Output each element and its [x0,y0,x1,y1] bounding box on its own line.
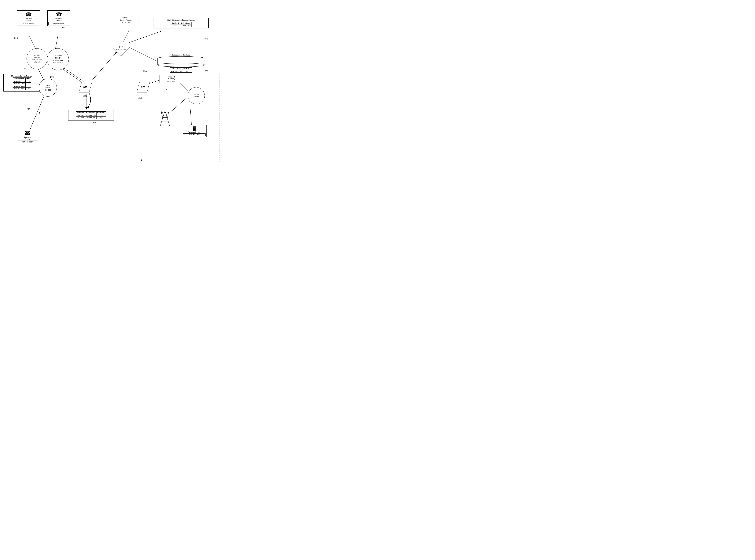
svg-line-29 [165,111,168,117]
host-switch-204: Host Switch 404-332 [39,79,57,97]
wireless-phone-label: Wireless Phone [183,131,206,133]
svg-point-22 [157,63,205,67]
wireline-phone-244-label: WirelinePhone [49,18,69,22]
protocol-gateway-address: 001.002.052 [160,80,183,82]
protocol-gateway-title: ProtocolGateway [160,76,183,80]
co-switch-242: CO Switch 404-454 252.050.005 (not share… [47,48,69,70]
tower-220 [158,110,172,129]
lnp-gtt-231: LNP GTTService PackageApplication [114,15,138,25]
svg-line-9 [129,31,161,43]
ref-246: 246 [14,37,18,39]
wireline-phone-246-label: WirelinePhone [18,18,39,22]
messaging-table: Telephone #MWI 404-332-212XYES 404-792-1… [13,78,31,90]
subscriptions-table: Tel. NumberCarrier ID 404-792-123X2021 [170,67,192,73]
wireline-phone-206-label: WirelinePhone [17,136,38,140]
isvmr-table: Carrier IDPoint Code 2021001.002.052 [171,22,192,27]
ref-202: 202 [26,108,30,110]
messaging-provider-200: Messaging Service Provider Telephone #MW… [3,74,40,92]
routing-data-table: NPA/NXXPoint CodePortable? 404-792252.30… [76,112,106,119]
co-switch-240: CO Switch 404-792 006.060.006 (shared) [26,48,47,69]
wireline-phone-244: ☎ WirelinePhone 404-454-888X [47,11,70,26]
mobile-switch-218: Mobile Switch [188,87,205,104]
lnp-gtt-label: LNP GTTService PackageApplication [115,17,137,24]
ref-204: 204 [50,76,54,78]
ref-240: 240 [24,67,27,69]
isvmr-title: ISVMR Service Package Application [155,19,208,21]
scp-230: SCP 252.300.100 [113,41,129,56]
ref-233: 233 [205,38,208,40]
ref-210: 210 [93,121,96,123]
svg-line-5 [30,95,44,129]
ref-234: 234 [143,70,147,72]
messaging-provider-title: Messaging Service Provider [4,75,39,77]
wireless-phone-222: 📱 Wireless Phone 404-792-123X [182,125,207,137]
wireline-phone-206-number: 404-332-212X [17,141,38,143]
isvmr-232: ISVMR Service Package Application Carrie… [154,18,209,28]
wireline-phone-246-number: 404-792-222X [18,22,39,25]
svg-line-28 [162,111,165,117]
wireless-phone-number: 404-792-123X [183,133,206,136]
routing-table-210: NPA/NXXPoint CodePortable? 404-792252.30… [68,110,114,120]
stp-212: STP [136,81,150,94]
wireline-phone-244-number: 404-454-888X [49,22,69,25]
protocol-gateway-216: ProtocolGateway 001.002.052 [159,75,184,83]
subscriptions-db-234: Subscriptions Database Tel. NumberCarrie… [154,54,209,73]
wireline-phone-206: ☎ WirelinePhone 404-332-212X [16,129,39,144]
stp-208: STP [79,81,92,94]
ref-244: 244 [62,26,65,29]
wireline-phone-246: ☎ WirelinePhone 404-792-222X [17,11,40,26]
ref-208: 208 [83,95,87,97]
